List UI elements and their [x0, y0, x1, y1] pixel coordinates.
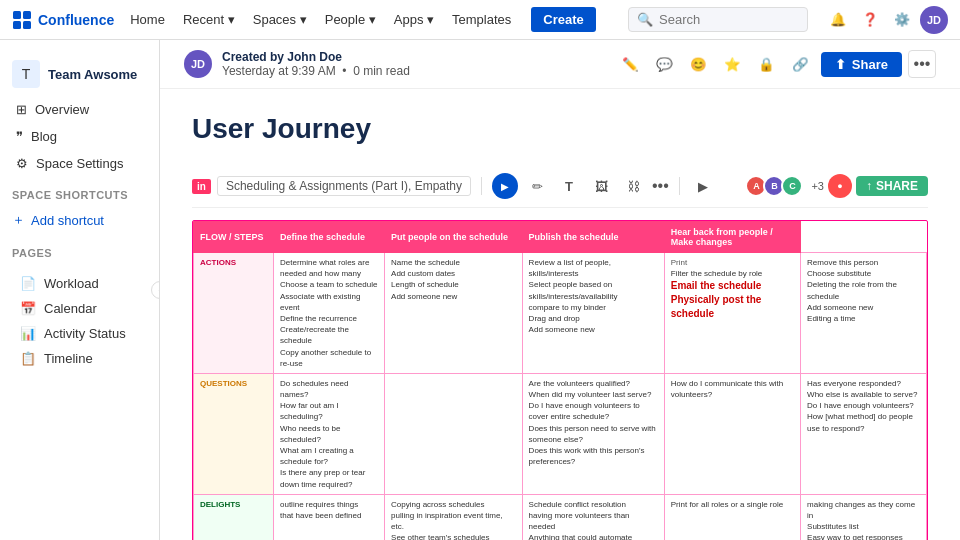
table-cell: Name the scheduleAdd custom datesLength … — [385, 253, 523, 374]
collab-avatar-3: C — [781, 175, 803, 197]
table-cell: Do schedules need names?How far out am I… — [274, 373, 385, 494]
nav-people[interactable]: People ▾ — [317, 8, 384, 31]
quote-icon: ❞ — [16, 129, 23, 144]
more-options-btn[interactable]: ••• — [908, 50, 936, 78]
table-cell: Has everyone responded?Who else is avail… — [801, 373, 927, 494]
table-cell: outline requires thingsthat have been de… — [274, 494, 385, 540]
page-icon: 📄 — [20, 276, 36, 291]
nav-home[interactable]: Home — [122, 8, 173, 31]
pages-item-workload[interactable]: 📄 Workload — [8, 271, 151, 296]
svg-rect-3 — [23, 21, 31, 29]
col-header-define: Define the schedule — [274, 222, 385, 253]
col-header-put: Put people on the schedule — [385, 222, 523, 253]
pages-item-calendar[interactable]: 📅 Calendar — [8, 296, 151, 321]
table-cell: Print for all roles or a single role — [664, 494, 800, 540]
grid-icon: ⊞ — [16, 102, 27, 117]
calendar-icon: 📅 — [20, 301, 36, 316]
table-row: DELIGHTSoutline requires thingsthat have… — [194, 494, 927, 540]
col-header-hear: Hear back from people / Make changes — [664, 222, 800, 253]
table-row: QUESTIONSDo schedules need names?How far… — [194, 373, 927, 494]
nav-links: Home Recent ▾ Spaces ▾ People ▾ Apps ▾ T… — [122, 8, 519, 31]
image-btn[interactable]: 🖼 — [588, 173, 614, 199]
svg-rect-0 — [13, 11, 21, 19]
edit-icon[interactable]: ✏️ — [617, 50, 645, 78]
created-by: Created by John Doe — [222, 50, 410, 64]
col-header-publish: Publish the schedule — [522, 222, 664, 253]
share-button[interactable]: ⬆ Share — [821, 52, 902, 77]
settings-icon[interactable]: ⚙️ — [888, 6, 916, 34]
search-box[interactable]: 🔍 — [628, 7, 808, 32]
separator — [481, 177, 482, 195]
page-actions: ✏️ 💬 😊 ⭐ 🔒 🔗 ⬆ Share ••• — [617, 50, 936, 78]
collab-count: +3 — [811, 180, 824, 192]
nav-recent[interactable]: Recent ▾ — [175, 8, 243, 31]
layout: ‹ T Team Awsome ⊞ Overview ❞ Blog ⚙ Spac… — [0, 40, 960, 540]
page-toolbar: JD Created by John Doe Yesterday at 9:39… — [160, 40, 960, 89]
table-row: ACTIONSDetermine what roles are needed a… — [194, 253, 927, 374]
nav-spaces[interactable]: Spaces ▾ — [245, 8, 315, 31]
sidebar-item-overview[interactable]: ⊞ Overview — [4, 96, 155, 123]
pencil-btn[interactable]: ✏ — [524, 173, 550, 199]
collab-avatars: A B C — [749, 175, 803, 197]
table-cell: Remove this personChoose substituteDelet… — [801, 253, 927, 374]
share-icon: ⬆ — [835, 57, 846, 72]
help-icon[interactable]: ❓ — [856, 6, 884, 34]
space-name: Team Awsome — [48, 67, 137, 82]
pages-item-timeline[interactable]: 📋 Timeline — [8, 346, 151, 371]
play-btn[interactable]: ▶ — [492, 173, 518, 199]
space-header: T Team Awsome — [0, 52, 159, 96]
play2-btn[interactable]: ▶ — [690, 173, 716, 199]
sidebar-item-blog[interactable]: ❞ Blog — [4, 123, 155, 150]
avatar[interactable]: JD — [920, 6, 948, 34]
space-icon: T — [12, 60, 40, 88]
nav-templates[interactable]: Templates — [444, 8, 519, 31]
svg-rect-2 — [13, 21, 21, 29]
table-cell — [385, 373, 523, 494]
table-cell: making changes as they come inSubstitute… — [801, 494, 927, 540]
editor-more-btn[interactable]: ••• — [652, 177, 669, 195]
separator2 — [679, 177, 680, 195]
star-icon[interactable]: ⭐ — [719, 50, 747, 78]
pages-list: 📄 Workload 📅 Calendar 📊 Activity Status … — [0, 263, 159, 379]
editor-right: A B C +3 ● ↑ SHARE — [749, 174, 928, 198]
nav-icons: 🔔 ❓ ⚙️ JD — [824, 6, 948, 34]
emoji-icon[interactable]: 😊 — [685, 50, 713, 78]
table-cell: PrintFilter the schedule by roleEmail th… — [664, 253, 800, 374]
create-button[interactable]: Create — [531, 7, 595, 32]
row-type-header: QUESTIONS — [194, 373, 274, 494]
nav-apps[interactable]: Apps ▾ — [386, 8, 442, 31]
table-cell: Are the volunteers qualified?When did my… — [522, 373, 664, 494]
row-type-header: ACTIONS — [194, 253, 274, 374]
copy-icon[interactable]: 🔗 — [787, 50, 815, 78]
table-cell: Review a list of people, skills/interest… — [522, 253, 664, 374]
text-btn[interactable]: T — [556, 173, 582, 199]
table-cell: Copying across schedulespulling in inspi… — [385, 494, 523, 540]
pages-item-activity-status[interactable]: 📊 Activity Status — [8, 321, 151, 346]
search-icon: 🔍 — [637, 12, 653, 27]
table-cell: How do I communicate this with volunteer… — [664, 373, 800, 494]
shortcuts-section-label: SPACE SHORTCUTS — [0, 177, 159, 205]
col-header-steps: FLOW / STEPS — [194, 222, 274, 253]
sidebar-item-space-settings[interactable]: ⚙ Space Settings — [4, 150, 155, 177]
table-cell: Determine what roles are needed and how … — [274, 253, 385, 374]
notifications-icon[interactable]: 🔔 — [824, 6, 852, 34]
journey-table: FLOW / STEPS Define the schedule Put peo… — [192, 220, 928, 540]
top-nav: Confluence Home Recent ▾ Spaces ▾ People… — [0, 0, 960, 40]
share-arrow-icon: ↑ — [866, 179, 872, 193]
add-shortcut-btn[interactable]: ＋ Add shortcut — [0, 205, 159, 235]
editor-label: Scheduling & Assignments (Part I), Empat… — [217, 176, 471, 196]
logo[interactable]: Confluence — [12, 10, 114, 30]
comment-icon[interactable]: 💬 — [651, 50, 679, 78]
pages-section-label: PAGES — [0, 235, 159, 263]
svg-rect-1 — [23, 11, 31, 19]
activity-icon: 📊 — [20, 326, 36, 341]
share-green-btn[interactable]: ↑ SHARE — [856, 176, 928, 196]
sidebar: ‹ T Team Awsome ⊞ Overview ❞ Blog ⚙ Spac… — [0, 40, 160, 540]
invision-logo: in — [192, 179, 211, 194]
timeline-icon: 📋 — [20, 351, 36, 366]
link-btn[interactable]: ⛓ — [620, 173, 646, 199]
restrict-icon[interactable]: 🔒 — [753, 50, 781, 78]
page-date: Yesterday at 9:39 AM • 0 min read — [222, 64, 410, 78]
page-body: User Journey in Scheduling & Assignments… — [160, 89, 960, 540]
search-input[interactable] — [659, 12, 799, 27]
